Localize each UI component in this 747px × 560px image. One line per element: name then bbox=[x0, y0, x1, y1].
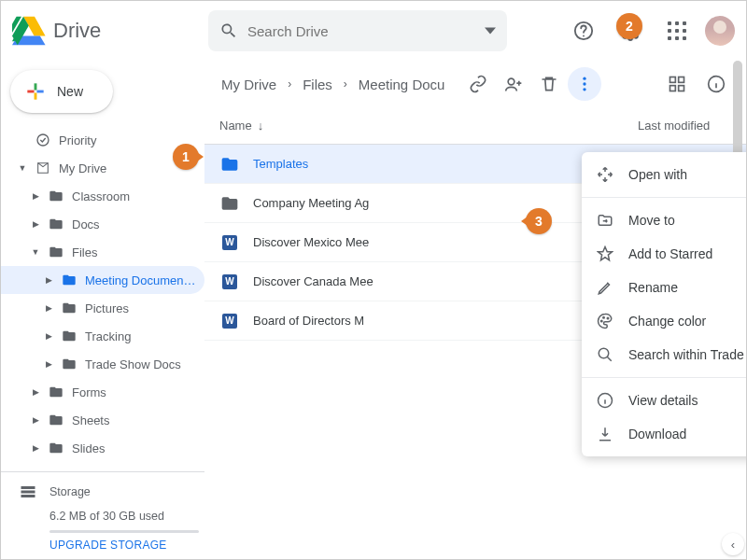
sidebar-item-slides[interactable]: ▶Slides bbox=[1, 434, 204, 462]
crumb-mydrive[interactable]: My Drive bbox=[218, 73, 280, 96]
svg-rect-13 bbox=[670, 86, 676, 91]
file-name: Templates bbox=[253, 157, 619, 171]
sidebar-item-files[interactable]: ▼Files bbox=[1, 238, 204, 266]
word-doc-icon: W bbox=[219, 235, 240, 250]
file-name: Company Meeting Ag bbox=[253, 196, 619, 210]
new-button-label: New bbox=[57, 84, 83, 99]
ctx-view-details[interactable]: View details bbox=[582, 384, 747, 417]
word-doc-icon: W bbox=[219, 314, 240, 329]
storage-icon bbox=[20, 483, 36, 500]
star-icon bbox=[597, 245, 613, 262]
sidebar-item-forms[interactable]: ▶Forms bbox=[1, 378, 204, 406]
get-link-icon[interactable] bbox=[461, 67, 495, 101]
pencil-icon bbox=[597, 279, 613, 296]
drive-logo[interactable]: Drive bbox=[12, 14, 208, 48]
open-with-icon bbox=[597, 166, 613, 183]
palette-icon bbox=[597, 313, 613, 329]
toolbar: My Drive › Files › Meeting Docu bbox=[204, 61, 746, 107]
more-actions-icon[interactable] bbox=[568, 67, 601, 101]
sidebar-item-meeting-documents[interactable]: ▶Meeting Documen… bbox=[1, 266, 204, 294]
user-avatar[interactable] bbox=[705, 16, 735, 46]
ctx-move-to[interactable]: Move to bbox=[582, 203, 747, 237]
sidebar: New Priority ▼My Drive ▶Classroom ▶Docs … bbox=[1, 61, 204, 560]
sidebar-item-pictures[interactable]: ▶Pictures bbox=[1, 294, 204, 322]
file-name: Discover Mexico Mee bbox=[253, 235, 619, 249]
ctx-open-with[interactable]: Open with› bbox=[582, 158, 747, 191]
ctx-star[interactable]: Add to Starred bbox=[582, 237, 747, 271]
search-dropdown-icon[interactable] bbox=[485, 25, 496, 36]
column-modified[interactable]: Last modified bbox=[638, 119, 731, 133]
download-icon bbox=[597, 426, 613, 442]
chevron-right-icon: › bbox=[284, 77, 295, 91]
svg-rect-12 bbox=[679, 77, 684, 83]
svg-point-6 bbox=[37, 134, 49, 146]
svg-point-18 bbox=[607, 317, 609, 319]
grid-view-icon[interactable] bbox=[660, 67, 694, 101]
svg-rect-11 bbox=[670, 77, 676, 83]
sidebar-item-docs[interactable]: ▶Docs bbox=[1, 210, 204, 238]
word-doc-icon: W bbox=[219, 274, 240, 289]
svg-point-19 bbox=[599, 348, 609, 358]
folder-icon bbox=[219, 194, 240, 213]
search-input[interactable] bbox=[247, 23, 485, 39]
sidebar-item-tracking[interactable]: ▶Tracking bbox=[1, 322, 204, 350]
svg-point-7 bbox=[509, 78, 515, 85]
svg-point-4 bbox=[583, 35, 585, 37]
context-menu: Open with› Move to Add to Starred Rename… bbox=[582, 152, 747, 456]
ctx-download[interactable]: Download bbox=[582, 417, 747, 451]
ctx-rename[interactable]: Rename bbox=[582, 271, 747, 304]
ctx-change-color[interactable]: Change color› bbox=[582, 304, 747, 338]
svg-point-8 bbox=[584, 77, 586, 80]
upgrade-storage-link[interactable]: UPGRADE STORAGE bbox=[49, 539, 167, 552]
storage-section: Storage 6.2 MB of 30 GB used UPGRADE STO… bbox=[1, 471, 204, 560]
file-name: Discover Canada Mee bbox=[253, 274, 619, 288]
chevron-right-icon: › bbox=[340, 77, 351, 91]
search-bar[interactable] bbox=[208, 10, 507, 51]
move-icon bbox=[597, 212, 613, 229]
sort-arrow-icon: ↓ bbox=[258, 119, 264, 133]
crumb-files[interactable]: Files bbox=[299, 73, 336, 96]
trash-icon[interactable] bbox=[532, 67, 566, 101]
sidebar-item-classroom[interactable]: ▶Classroom bbox=[1, 182, 204, 210]
search-icon bbox=[219, 21, 238, 40]
info-icon[interactable] bbox=[699, 67, 733, 101]
help-icon[interactable] bbox=[565, 12, 602, 49]
svg-point-9 bbox=[584, 82, 586, 85]
svg-rect-14 bbox=[679, 86, 684, 91]
app-name: Drive bbox=[53, 19, 101, 43]
search-icon bbox=[597, 346, 613, 363]
svg-point-17 bbox=[603, 317, 605, 319]
new-button[interactable]: New bbox=[10, 70, 113, 113]
storage-bar bbox=[49, 530, 199, 533]
sidebar-item-sheets[interactable]: ▶Sheets bbox=[1, 406, 204, 434]
callout-3: 3 bbox=[526, 208, 552, 234]
plus-icon bbox=[23, 79, 48, 104]
file-name: Board of Directors M bbox=[253, 314, 619, 328]
folder-icon bbox=[219, 155, 240, 174]
column-name[interactable]: Name bbox=[219, 119, 252, 133]
storage-usage-text: 6.2 MB of 30 GB used bbox=[49, 510, 204, 523]
drive-triangle-icon bbox=[12, 14, 46, 48]
svg-point-16 bbox=[601, 320, 603, 322]
side-panel-toggle[interactable]: ‹ bbox=[722, 533, 744, 555]
file-content: My Drive › Files › Meeting Docu Name ↓ L… bbox=[204, 61, 746, 560]
apps-icon[interactable] bbox=[658, 12, 696, 49]
crumb-current[interactable]: Meeting Docu bbox=[355, 73, 449, 96]
ctx-search-within[interactable]: Search within Trade Show Docs bbox=[582, 338, 747, 371]
callout-2: 2 bbox=[616, 13, 642, 39]
svg-point-10 bbox=[584, 88, 586, 91]
callout-1: 1 bbox=[173, 144, 199, 170]
list-header: Name ↓ Last modified bbox=[204, 107, 746, 145]
share-icon[interactable] bbox=[497, 67, 530, 101]
info-icon bbox=[597, 392, 613, 409]
sidebar-item-trade-show[interactable]: ▶Trade Show Docs bbox=[1, 350, 204, 378]
